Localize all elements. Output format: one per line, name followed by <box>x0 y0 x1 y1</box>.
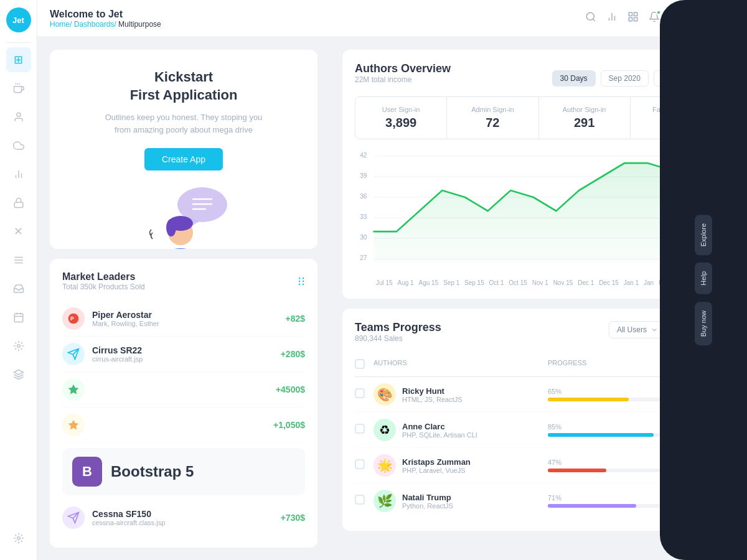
row-checkbox-2[interactable] <box>355 459 365 469</box>
market-title-group: Market Leaders Total 350k Products Sold <box>62 271 145 291</box>
sidebar-item-inbox[interactable] <box>6 276 31 301</box>
explore-button[interactable]: Explore <box>695 215 712 255</box>
market-info-0: Piper Aerostar Mark, Rowling, Esther <box>92 310 285 327</box>
svg-rect-24 <box>634 12 637 16</box>
kickstart-title: Kickstart First Application <box>62 68 305 104</box>
search-icon[interactable] <box>585 11 596 26</box>
author-name-1: Anne Clarc <box>402 422 477 431</box>
market-options[interactable]: ⁝⁝ <box>298 274 305 289</box>
breadcrumb: Home/ Dashboards/ Multipurpose <box>50 20 161 29</box>
breadcrumb-home[interactable]: Home/ <box>50 20 72 29</box>
sidebar-item-layers[interactable] <box>6 362 31 387</box>
sidebar-item-settings[interactable] <box>6 526 31 551</box>
buy-now-button[interactable]: Buy now <box>695 302 712 345</box>
row-check-0 <box>355 388 374 401</box>
sidebar-item-calendar[interactable] <box>6 305 31 330</box>
main-area: Welcome to Jet Home/ Dashboards/ Multipu… <box>37 0 747 560</box>
market-title: Market Leaders <box>62 271 145 282</box>
market-info-4: Cessna SF150 cessna-aircraft.class.jsp <box>92 509 281 526</box>
author-skills-2: PHP, Laravel, VueJS <box>402 467 471 474</box>
sidebar-item-cloud[interactable] <box>6 133 31 158</box>
dark-side-panel: Explore Help Buy now <box>660 37 747 560</box>
svg-text:P: P <box>70 315 74 322</box>
sidebar-bottom <box>6 524 31 560</box>
select-all-checkbox[interactable] <box>355 359 365 369</box>
row-checkbox-1[interactable] <box>355 424 365 434</box>
tab-sep2020[interactable]: Sep 2020 <box>601 70 649 86</box>
row-check-2 <box>355 459 374 472</box>
x-label-9: Dec 1 <box>578 279 594 286</box>
breadcrumb-dashboards[interactable]: Dashboards/ <box>74 20 116 29</box>
x-label-8: Nov 15 <box>553 279 573 286</box>
svg-rect-25 <box>629 18 632 21</box>
notification-dot <box>656 10 661 15</box>
breadcrumb-current: Multipurpose <box>118 20 161 29</box>
analytics-icon[interactable] <box>606 11 618 26</box>
market-name-3 <box>92 421 273 429</box>
market-item-1: Cirrus SR22 cirrus-aircraft.jsp +280$ <box>62 337 305 372</box>
topbar: Welcome to Jet Home/ Dashboards/ Multipu… <box>37 0 747 37</box>
author-skills-3: Python, ReactJS <box>402 502 453 510</box>
market-item-0: P Piper Aerostar Mark, Rowling, Esther +… <box>62 301 305 337</box>
progress-fill-1 <box>548 433 654 437</box>
svg-line-19 <box>593 19 594 21</box>
sidebar-item-grid[interactable]: ⊞ <box>6 47 31 72</box>
author-name-0: Ricky Hunt <box>402 386 463 396</box>
left-panel: Kickstart First Application Outlines kee… <box>37 37 330 560</box>
progress-fill-2 <box>548 469 606 472</box>
help-button[interactable]: Help <box>695 263 712 294</box>
create-app-button[interactable]: Create App <box>144 148 223 170</box>
svg-rect-11 <box>14 314 23 322</box>
author-skills-0: HTML, JS, ReactJS <box>402 396 463 403</box>
row-check-1 <box>355 424 374 436</box>
app-container: Jet ⊞ ✕ <box>0 0 747 560</box>
svg-point-18 <box>586 12 594 20</box>
teams-title: Teams Progress <box>355 321 441 334</box>
th-progress: PROGRESS <box>548 359 672 371</box>
x-label-5: Oct 1 <box>489 279 504 286</box>
progress-bg-3 <box>548 504 672 508</box>
app-logo[interactable]: Jet <box>6 7 31 32</box>
author-skills-1: PHP, SQLite, Artisan CLI <box>402 431 477 439</box>
market-info-2 <box>92 385 276 394</box>
progress-fill-0 <box>548 398 629 401</box>
sidebar: Jet ⊞ ✕ <box>0 0 37 560</box>
market-desc-4: cessna-aircraft.class.jsp <box>92 519 281 526</box>
stat-user-signin: User Sign-in 3,899 <box>355 97 447 139</box>
all-users-filter[interactable]: All Users <box>609 321 666 338</box>
authors-income: 22M total income <box>355 75 451 84</box>
row-checkbox-0[interactable] <box>355 388 365 398</box>
market-info-3 <box>92 421 273 429</box>
stat-label-1: Admin Sign-in <box>457 106 528 113</box>
grid-icon[interactable] <box>627 11 639 26</box>
svg-text:36: 36 <box>360 192 367 200</box>
notification-icon[interactable] <box>649 11 660 26</box>
row-author-2: 🌟 Kristaps Zumman PHP, Laravel, VueJS <box>374 454 548 477</box>
x-label-10: Dec 15 <box>599 279 619 286</box>
sidebar-item-user[interactable] <box>6 105 31 129</box>
sidebar-item-lock[interactable] <box>6 190 31 215</box>
sidebar-item-close[interactable]: ✕ <box>6 219 31 244</box>
sidebar-item-tools[interactable] <box>6 334 31 358</box>
market-name-4: Cessna SF150 <box>92 509 281 519</box>
progress-bg-0 <box>548 398 672 401</box>
author-info-0: Ricky Hunt HTML, JS, ReactJS <box>402 386 463 403</box>
svg-marker-44 <box>68 420 79 430</box>
stat-label-0: User Sign-in <box>365 106 436 113</box>
svg-point-35 <box>159 248 202 249</box>
market-logo-2 <box>62 378 85 401</box>
tab-30days[interactable]: 30 Days <box>552 70 596 86</box>
row-progress-3: 71% <box>548 494 672 508</box>
sidebar-item-chart[interactable] <box>6 162 31 187</box>
row-checkbox-3[interactable] <box>355 495 365 505</box>
page-title: Welcome to Jet <box>50 9 161 20</box>
x-label-11: Jan 1 <box>624 279 639 286</box>
th-check <box>355 359 374 371</box>
kickstart-subtitle: Outlines keep you honest. They stoping y… <box>103 111 265 136</box>
sidebar-item-gesture[interactable] <box>6 76 31 101</box>
sidebar-item-menu[interactable] <box>6 248 31 273</box>
authors-title-group: Authors Overview 22M total income <box>355 62 451 94</box>
svg-rect-26 <box>634 18 637 21</box>
svg-text:30: 30 <box>360 233 367 241</box>
market-logo-1 <box>62 343 85 365</box>
